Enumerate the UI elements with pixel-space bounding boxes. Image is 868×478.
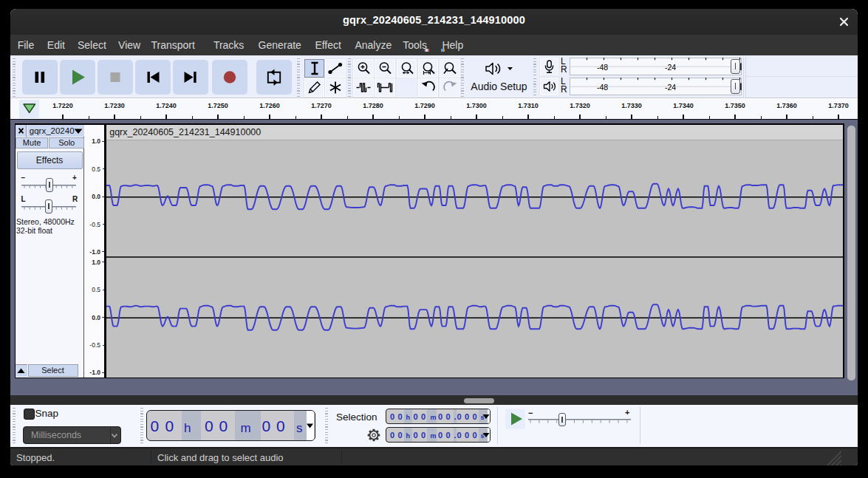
svg-text:-48: -48 [597,62,608,71]
svg-text:-24: -24 [665,82,676,91]
svg-text:-24: -24 [665,62,676,71]
svg-text:-48: -48 [597,82,608,91]
